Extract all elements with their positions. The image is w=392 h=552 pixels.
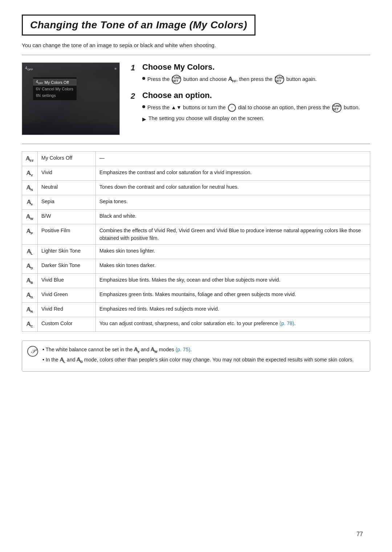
func-set-button-icon-3: FUNCSET xyxy=(332,103,342,113)
table-cell-label: Vivid Green xyxy=(38,288,96,302)
table-cell-icon: 𝔸N xyxy=(22,181,38,195)
step-1-title: Choose My Colors. xyxy=(142,62,370,72)
step-2: 2 Choose an option. Press the ▲▼ buttons… xyxy=(131,91,370,123)
table-row: 𝔸G Vivid Green Emphasizes green tints. M… xyxy=(22,288,370,302)
table-divider xyxy=(22,144,370,144)
table-cell-icon: 𝔸V xyxy=(22,166,38,181)
camera-menu: 4OFF My Colors Off 6V Cancel My Colors 8… xyxy=(33,77,77,100)
note-line-1: • The white balance cannot be set in the… xyxy=(42,346,364,355)
table-cell-desc: Emphasizes the contrast and color satura… xyxy=(96,166,370,181)
link-p78[interactable]: (p. 78) xyxy=(279,320,294,326)
table-cell-label: Sepia xyxy=(38,195,96,210)
table-cell-desc: — xyxy=(96,152,370,166)
table-cell-desc: Black and white. xyxy=(96,210,370,224)
table-row: 𝔸FF My Colors Off — xyxy=(22,152,370,166)
table-cell-desc: Sepia tones. xyxy=(96,195,370,210)
step-1-text: Press the FUNCSET button and choose 𝔸FF,… xyxy=(147,75,317,84)
table-cell-label: Vivid Red xyxy=(38,303,96,317)
table-cell-label: Vivid xyxy=(38,166,96,181)
note-box: 𝒫 • The white balance cannot be set in t… xyxy=(22,340,370,371)
func-set-button-icon-2: FUNCSET xyxy=(275,75,284,84)
table-cell-icon: 𝔸B xyxy=(22,273,38,288)
step-2-text-1: Press the ▲▼ buttons or turn the ○ dial … xyxy=(147,103,360,113)
table-cell-desc: Makes skin tones lighter. xyxy=(96,244,370,259)
table-cell-icon: 𝔸G xyxy=(22,288,38,302)
table-cell-label: Darker Skin Tone xyxy=(38,259,96,273)
color-options-table: 𝔸FF My Colors Off — 𝔸V Vivid Emphasizes … xyxy=(22,151,370,332)
intro-text: You can change the tone of an image to s… xyxy=(22,42,370,48)
dial-icon: ○ xyxy=(228,104,236,112)
table-row: 𝔸C Custom Color You can adjust contrast,… xyxy=(22,317,370,332)
arrow-icon: ▶ xyxy=(142,115,146,123)
bullet-dot-2 xyxy=(142,105,145,108)
table-cell-icon: 𝔸C xyxy=(22,317,38,332)
table-cell-label: Vivid Blue xyxy=(38,273,96,288)
note-line-2: • In the 𝔸L and 𝔸D mode, colors other th… xyxy=(42,356,364,365)
table-cell-icon: 𝔸L xyxy=(22,244,38,259)
table-cell-label: B/W xyxy=(38,210,96,224)
table-cell-desc: Emphasizes green tints. Makes mountains,… xyxy=(96,288,370,302)
table-cell-label: My Colors Off xyxy=(38,152,96,166)
step-2-bullet-1: Press the ▲▼ buttons or turn the ○ dial … xyxy=(142,103,370,113)
step-1-number: 1 xyxy=(131,63,135,73)
func-set-button-icon: FUNCSET xyxy=(172,75,181,84)
table-row: 𝔸W B/W Black and white. xyxy=(22,210,370,224)
table-cell-desc: Emphasizes blue tints. Makes the sky, oc… xyxy=(96,273,370,288)
table-row: 𝔸V Vivid Emphasizes the contrast and col… xyxy=(22,166,370,181)
table-row: 𝔸B Vivid Blue Emphasizes blue tints. Mak… xyxy=(22,273,370,288)
step-2-text-2: The setting you choose will display on t… xyxy=(148,115,264,123)
camera-menu-item: 8N settings xyxy=(33,92,77,99)
step-1: 1 Choose My Colors. Press the FUNCSET bu… xyxy=(131,62,370,84)
table-cell-desc: Tones down the contrast and color satura… xyxy=(96,181,370,195)
step-2-number: 2 xyxy=(131,91,135,101)
table-row: 𝔸D Darker Skin Tone Makes skin tones dar… xyxy=(22,259,370,273)
instructions-section: 1 Choose My Colors. Press the FUNCSET bu… xyxy=(131,62,370,135)
page-title: Changing the Tone of an Image (My Colors… xyxy=(22,15,256,36)
table-cell-desc: Makes skin tones darker. xyxy=(96,259,370,273)
page-number: 77 xyxy=(356,531,363,537)
table-row: 𝔸N Neutral Tones down the contrast and c… xyxy=(22,181,370,195)
step-1-bullet-1: Press the FUNCSET button and choose 𝔸FF,… xyxy=(142,75,370,84)
table-cell-desc: You can adjust contrast, sharpness, and … xyxy=(96,317,370,332)
table-cell-label: Custom Color xyxy=(38,317,96,332)
table-row: 𝔸P Positive Film Combines the effects of… xyxy=(22,224,370,245)
section-divider xyxy=(22,55,370,55)
table-row: 𝔸L Lighter Skin Tone Makes skin tones li… xyxy=(22,244,370,259)
table-cell-icon: 𝔸e xyxy=(22,195,38,210)
table-cell-desc: Combines the effects of Vivid Red, Vivid… xyxy=(96,224,370,245)
table-cell-label: Positive Film xyxy=(38,224,96,245)
camera-menu-item: 6V Cancel My Colors xyxy=(33,86,77,92)
table-cell-icon: 𝔸P xyxy=(22,224,38,245)
step-2-title: Choose an option. xyxy=(142,91,370,100)
table-row: 𝔸R Vivid Red Emphasizes red tints. Makes… xyxy=(22,303,370,317)
table-cell-icon: 𝔸FF xyxy=(22,152,38,166)
note-pencil-icon: 𝒫 xyxy=(27,346,38,357)
link-p75[interactable]: (p. 75) xyxy=(176,347,190,352)
bullet-dot xyxy=(142,77,145,80)
camera-menu-item: 4OFF My Colors Off xyxy=(33,79,77,86)
table-cell-label: Lighter Skin Tone xyxy=(38,244,96,259)
table-cell-label: Neutral xyxy=(38,181,96,195)
table-cell-desc: Emphasizes red tints. Makes red subjects… xyxy=(96,303,370,317)
top-section: 4OFF ■ 4OFF My Colors Off 6V Cancel My C… xyxy=(22,62,370,135)
table-cell-icon: 𝔸W xyxy=(22,210,38,224)
table-cell-icon: 𝔸R xyxy=(22,303,38,317)
table-cell-icon: 𝔸D xyxy=(22,259,38,273)
step-2-bullet-2: ▶ The setting you choose will display on… xyxy=(142,115,370,123)
camera-screenshot: 4OFF ■ 4OFF My Colors Off 6V Cancel My C… xyxy=(22,62,120,135)
table-row: 𝔸e Sepia Sepia tones. xyxy=(22,195,370,210)
